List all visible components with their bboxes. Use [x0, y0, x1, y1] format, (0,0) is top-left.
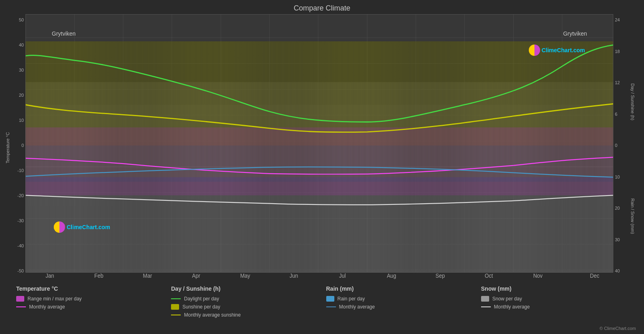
y-axis-left: 50 40 30 20 10 0 -10 -20 -30 -40 -50 — [11, 14, 25, 281]
y-tick-20: 20 — [19, 93, 24, 98]
copyright: © ClimeChart.com — [600, 326, 636, 331]
svg-text:Aug: Aug — [387, 272, 396, 279]
chart-main: Grytviken Grytviken ClimeChart.com Clime… — [25, 14, 613, 281]
legend-item-temp-avg: Monthly average — [16, 304, 163, 310]
legend-label-rain-day: Rain per day — [338, 296, 365, 302]
legend-swatch-sunshine — [171, 304, 179, 310]
legend-column-sunshine: Day / Sunshine (h) Daylight per day Suns… — [167, 285, 322, 330]
svg-text:Feb: Feb — [94, 272, 103, 279]
y-tick-0: 0 — [21, 143, 24, 148]
logo-circle-right — [529, 45, 540, 56]
y-tick-20mm: 20 — [615, 206, 620, 211]
legend-item-temp-range: Range min / max per day — [16, 296, 163, 302]
y-tick-10mm: 10 — [615, 174, 620, 179]
legend-line-daylight — [171, 298, 181, 299]
location-label-right: Grytviken — [563, 30, 587, 37]
y-tick-n40: -40 — [17, 243, 24, 248]
legend-item-rain-day: Rain per day — [326, 296, 473, 302]
y-axis-right-title-rain: Rain / Snow (mm) — [630, 198, 635, 234]
legend-item-snow-avg: Monthly average — [481, 304, 628, 310]
y-axis-left-title: Temperature °C — [5, 132, 10, 163]
svg-rect-37 — [25, 145, 613, 181]
svg-text:Nov: Nov — [533, 272, 543, 279]
legend-swatch-rain — [326, 296, 334, 302]
y-tick-n30: -30 — [17, 218, 24, 223]
chart-title: Compare Climate — [0, 0, 644, 14]
legend-line-snow-avg — [481, 306, 491, 307]
y-tick-n50: -50 — [17, 268, 24, 273]
y-tick-0h: 0 — [615, 143, 617, 148]
legend-line-sunshine-avg — [171, 315, 181, 315]
legend-item-daylight: Daylight per day — [171, 296, 318, 302]
y-tick-10: 10 — [19, 118, 24, 123]
svg-text:Dec: Dec — [590, 272, 599, 279]
svg-text:May: May — [240, 272, 250, 279]
y-tick-40mm: 40 — [615, 268, 620, 273]
svg-text:Jun: Jun — [289, 272, 298, 279]
svg-text:Apr: Apr — [192, 272, 201, 279]
location-label-left: Grytviken — [52, 30, 76, 37]
legend-column-rain: Rain (mm) Rain per day Monthly average — [322, 285, 477, 330]
legend-label-sunshine-avg: Monthly average sunshine — [184, 312, 241, 318]
legend-title-temperature: Temperature °C — [16, 285, 163, 292]
svg-text:Jan: Jan — [46, 272, 54, 279]
legend-label-snow-avg: Monthly average — [494, 304, 530, 310]
legend-label-temp-range: Range min / max per day — [27, 296, 82, 302]
svg-text:Mar: Mar — [143, 272, 152, 279]
legend-label-temp-avg: Monthly average — [29, 304, 65, 310]
legend-label-snow-day: Snow per day — [492, 296, 522, 302]
chart-svg: Jan Feb Mar Apr May Jun Jul Aug Sep Oct … — [25, 14, 613, 281]
legend-title-rain: Rain (mm) — [326, 285, 473, 292]
y-tick-30: 30 — [19, 68, 24, 72]
y-tick-12h: 12 — [615, 80, 620, 85]
legend-label-daylight: Daylight per day — [184, 296, 219, 302]
y-axis-right-title-day: Day / Sunshine (h) — [630, 83, 635, 120]
legend-title-snow: Snow (mm) — [481, 285, 628, 292]
y-tick-24h: 24 — [615, 17, 620, 22]
chart-area: Temperature °C 50 40 30 20 10 0 -10 -20 … — [4, 14, 640, 281]
legend-label-sunshine-day: Sunshine per day — [182, 304, 220, 310]
legend-swatch-temp-range — [16, 296, 24, 302]
y-tick-50: 50 — [19, 17, 24, 22]
legend-column-snow: Snow (mm) Snow per day Monthly average — [477, 285, 632, 330]
legend-line-rain-avg — [326, 306, 336, 307]
logo-bottom-left: ClimeChart.com — [54, 221, 110, 233]
y-axis-right-day: 24 18 12 6 0 10 20 30 40 — [613, 14, 625, 281]
legend-title-sunshine: Day / Sunshine (h) — [171, 285, 318, 292]
legend-area: Temperature °C Range min / max per day M… — [0, 281, 644, 334]
legend-item-sunshine-day: Sunshine per day — [171, 304, 318, 310]
logo-text-right: ClimeChart.com — [542, 47, 585, 53]
legend-item-sunshine-avg: Monthly average sunshine — [171, 312, 318, 318]
y-tick-6h: 6 — [615, 112, 617, 117]
logo-top-right: ClimeChart.com — [529, 45, 585, 56]
svg-text:Sep: Sep — [435, 272, 445, 279]
svg-text:Oct: Oct — [485, 272, 493, 279]
y-tick-n10: -10 — [17, 168, 24, 173]
y-tick-30mm: 30 — [615, 237, 620, 242]
legend-label-rain-avg: Monthly average — [339, 304, 375, 310]
y-tick-18h: 18 — [615, 49, 620, 54]
svg-text:Jul: Jul — [339, 272, 346, 279]
legend-line-temp-avg — [16, 306, 26, 307]
legend-column-temperature: Temperature °C Range min / max per day M… — [12, 285, 167, 330]
page-container: Compare Climate Temperature °C 50 40 30 … — [0, 0, 644, 334]
y-tick-40: 40 — [19, 43, 24, 47]
logo-circle-left — [54, 221, 65, 233]
legend-item-snow-day: Snow per day — [481, 296, 628, 302]
legend-item-rain-avg: Monthly average — [326, 304, 473, 310]
logo-text-left: ClimeChart.com — [67, 224, 110, 230]
y-tick-n20: -20 — [17, 193, 24, 198]
legend-swatch-snow — [481, 296, 489, 302]
